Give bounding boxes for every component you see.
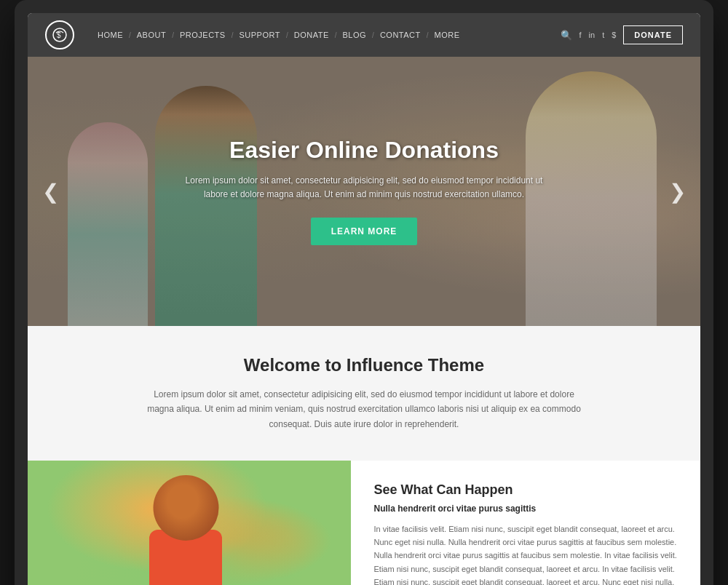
feature-content: See What Can Happen Nulla hendrerit orci… [351, 461, 700, 585]
nav-right: 🔍 f in t $ DONATE [561, 25, 683, 44]
next-arrow[interactable]: ❯ [669, 180, 686, 204]
child-face [153, 475, 218, 541]
nav-home[interactable]: HOME [92, 31, 129, 39]
welcome-title: Welcome to Influence Theme [115, 355, 613, 375]
nav-about[interactable]: ABOUT [131, 31, 172, 39]
search-icon[interactable]: 🔍 [561, 30, 572, 41]
hero-content: Easier Online Donations Lorem ipsum dolo… [28, 57, 700, 245]
prev-arrow[interactable]: ❮ [42, 180, 59, 204]
navbar: $ HOME / ABOUT / PROJECTS / SUPPORT / DO… [28, 13, 700, 57]
bottom-section: See What Can Happen Nulla hendrerit orci… [28, 461, 700, 585]
social-icon[interactable]: $ [612, 31, 616, 39]
nav-donate[interactable]: DONATE [288, 31, 335, 39]
welcome-text: Lorem ipsum dolor sit amet, consectetur … [146, 387, 582, 431]
logo-icon: $ [45, 20, 74, 49]
feature-image [28, 461, 351, 585]
svg-text:$: $ [57, 31, 61, 39]
browser-content: $ HOME / ABOUT / PROJECTS / SUPPORT / DO… [28, 13, 700, 585]
facebook-icon[interactable]: f [579, 31, 582, 39]
twitter-icon[interactable]: t [602, 31, 604, 39]
nav-links: HOME / ABOUT / PROJECTS / SUPPORT / DONA… [92, 31, 561, 39]
nav-contact[interactable]: CONTACT [374, 31, 427, 39]
learn-more-button[interactable]: Learn More [311, 218, 418, 245]
linkedin-icon[interactable]: in [589, 31, 596, 39]
nav-blog[interactable]: BLOG [337, 31, 373, 39]
hero-section: Easier Online Donations Lorem ipsum dolo… [28, 57, 700, 326]
device-frame: $ HOME / ABOUT / PROJECTS / SUPPORT / DO… [15, 0, 713, 585]
hero-title: Easier Online Donations [28, 137, 700, 164]
feature-text: In vitae facilisis velit. Etiam nisi nun… [374, 522, 677, 585]
hero-text: Lorem ipsum dolor sit amet, consectetur … [182, 174, 546, 202]
nav-support[interactable]: SUPPORT [233, 31, 285, 39]
welcome-section: Welcome to Influence Theme Lorem ipsum d… [28, 326, 700, 461]
nav-more[interactable]: MORE [429, 31, 466, 39]
feature-title: See What Can Happen [374, 482, 677, 498]
donate-button-nav[interactable]: DONATE [623, 25, 683, 44]
logo-area: $ [45, 20, 74, 49]
feature-subtitle: Nulla hendrerit orci vitae purus sagitti… [374, 504, 677, 514]
nav-projects[interactable]: PROJECTS [174, 31, 232, 39]
